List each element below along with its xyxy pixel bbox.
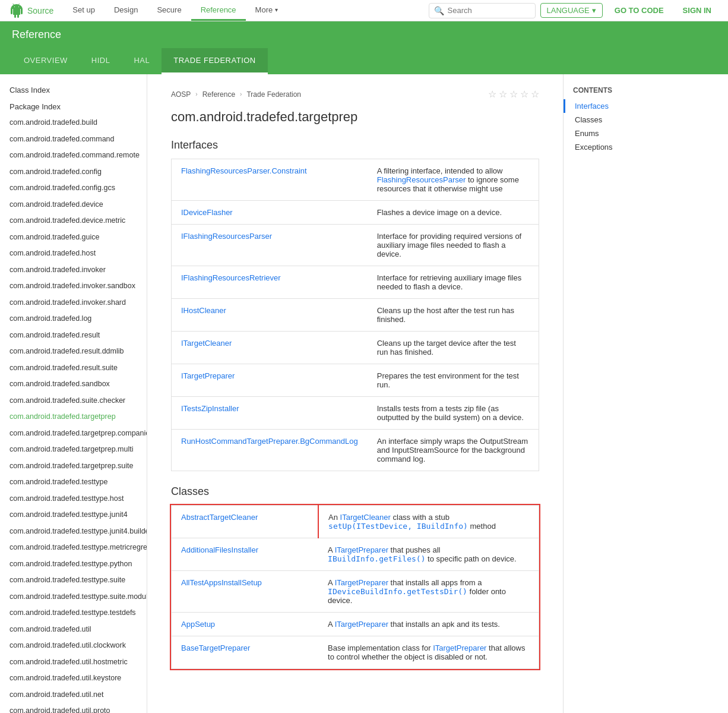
- sidebar-item-testtype-suite-module[interactable]: com.android.tradefed.testtype.suite.modu…: [0, 589, 147, 605]
- tab-hal[interactable]: HAL: [122, 48, 162, 74]
- sidebar-item-targetprep-companion[interactable]: com.android.tradefed.targetprep.companio…: [0, 425, 147, 442]
- sidebar-item-command-remote[interactable]: com.android.tradefed.command.remote: [0, 147, 147, 164]
- class-link-additional-files-installer[interactable]: AdditionalFilesInstaller: [181, 545, 258, 554]
- main-layout: Class Index Package Index com.android.tr…: [0, 74, 728, 713]
- sidebar-item-util[interactable]: com.android.tradefed.util: [0, 621, 147, 638]
- interface-link-ihost-cleaner[interactable]: IHostCleaner: [181, 306, 226, 315]
- sidebar-item-targetprep-suite[interactable]: com.android.tradefed.targetprep.suite: [0, 458, 147, 475]
- sidebar-item-result-ddmlib[interactable]: com.android.tradefed.result.ddmlib: [0, 343, 147, 360]
- sidebar-item-package-index[interactable]: Package Index: [0, 98, 147, 115]
- sidebar-item-util-clockwork[interactable]: com.android.tradefed.util.clockwork: [0, 638, 147, 654]
- interface-link-itarget-preparer[interactable]: ITargetPreparer: [181, 371, 235, 380]
- class-link-abstract-target-cleaner[interactable]: AbstractTargetCleaner: [181, 513, 258, 522]
- search-input[interactable]: [448, 6, 531, 15]
- sidebar-item-config[interactable]: com.android.tradefed.config: [0, 164, 147, 181]
- search-box[interactable]: 🔍: [429, 3, 536, 18]
- class-link-idevicebuildinfo-inline[interactable]: IDeviceBuildInfo.getTestsDir(): [328, 587, 467, 596]
- nav-link-design[interactable]: Design: [105, 0, 147, 21]
- sidebar-item-util-net[interactable]: com.android.tradefed.util.net: [0, 687, 147, 703]
- class-link-base-target-preparer[interactable]: BaseTargetPreparer: [181, 643, 250, 652]
- sidebar-item-invoker[interactable]: com.android.tradefed.invoker: [0, 262, 147, 279]
- class-link-setup-inline[interactable]: setUp(ITestDevice, IBuildInfo): [328, 522, 468, 531]
- sidebar-item-testtype-python[interactable]: com.android.tradefed.testtype.python: [0, 556, 147, 573]
- class-link-all-test-apps[interactable]: AllTestAppsInstallSetup: [181, 578, 262, 587]
- sidebar-item-sandbox[interactable]: com.android.tradefed.sandbox: [0, 376, 147, 393]
- class-link-itarget-preparer-inline3[interactable]: ITargetPreparer: [335, 620, 388, 629]
- interface-link-run-host-command[interactable]: RunHostCommandTargetPreparer.BgCommandLo…: [181, 437, 358, 446]
- interface-link-itests-zip-installer[interactable]: ITestsZipInstaller: [181, 404, 239, 413]
- sidebar-item-testtype-testdefs[interactable]: com.android.tradefed.testtype.testdefs: [0, 605, 147, 621]
- sidebar-item-invoker-sandbox[interactable]: com.android.tradefed.invoker.sandbox: [0, 278, 147, 295]
- star-2[interactable]: ☆: [499, 89, 507, 100]
- sidebar-item-invoker-shard[interactable]: com.android.tradefed.invoker.shard: [0, 295, 147, 311]
- sidebar-item-device-metric[interactable]: com.android.tradefed.device.metric: [0, 213, 147, 229]
- interface-link-itarget-cleaner[interactable]: ITargetCleaner: [181, 339, 232, 348]
- sidebar-item-testtype[interactable]: com.android.tradefed.testtype: [0, 474, 147, 491]
- sidebar-item-util-hostmetric[interactable]: com.android.tradefed.util.hostmetric: [0, 654, 147, 671]
- sidebar-item-util-proto[interactable]: com.android.tradefed.util.proto: [0, 703, 147, 713]
- interface-link-iflashing-resources-retriever[interactable]: IFlashingResourcesRetriever: [181, 273, 281, 282]
- sidebar-item-targetprep[interactable]: com.android.tradefed.targetprep: [0, 409, 147, 425]
- logo[interactable]: Source: [10, 4, 53, 18]
- star-5[interactable]: ☆: [531, 89, 539, 100]
- sidebar-item-suite-checker[interactable]: com.android.tradefed.suite.checker: [0, 393, 147, 409]
- tab-hidl[interactable]: HIDL: [80, 48, 122, 74]
- nav-link-reference[interactable]: Reference: [191, 0, 246, 21]
- sidebar-item-testtype-suite[interactable]: com.android.tradefed.testtype.suite: [0, 572, 147, 589]
- right-sidebar-item-exceptions[interactable]: Exceptions: [564, 140, 682, 154]
- sidebar-item-command[interactable]: com.android.tradefed.command: [0, 131, 147, 148]
- star-3[interactable]: ☆: [509, 89, 518, 100]
- right-sidebar-item-classes[interactable]: Classes: [564, 113, 682, 127]
- nav-link-more[interactable]: More ▾: [246, 0, 288, 21]
- class-link-itarget-cleaner-inline[interactable]: ITargetCleaner: [340, 513, 391, 522]
- sign-in-button[interactable]: SIGN IN: [676, 4, 718, 17]
- class-link-ibuildinfo-getfiles-inline[interactable]: IBuildInfo.getFiles(): [328, 554, 425, 563]
- breadcrumb-reference[interactable]: Reference: [202, 90, 235, 99]
- reference-header-title: Reference: [12, 29, 61, 40]
- star-1[interactable]: ☆: [488, 89, 496, 100]
- right-sidebar-item-interfaces[interactable]: Interfaces: [564, 99, 682, 113]
- sidebar-item-testtype-host[interactable]: com.android.tradefed.testtype.host: [0, 491, 147, 507]
- sidebar-item-result-suite[interactable]: com.android.tradefed.result.suite: [0, 360, 147, 377]
- class-link-app-setup[interactable]: AppSetup: [181, 620, 215, 629]
- right-sidebar: Contents Interfaces Classes Enums Except…: [563, 74, 682, 713]
- goto-code-button[interactable]: GO TO CODE: [607, 4, 671, 17]
- breadcrumb-trade-federation[interactable]: Trade Federation: [246, 90, 301, 99]
- sidebar-item-device[interactable]: com.android.tradefed.device: [0, 197, 147, 213]
- interface-link-idevice-flasher[interactable]: IDeviceFlasher: [181, 208, 233, 217]
- content-area: AOSP › Reference › Trade Federation ☆ ☆ …: [147, 74, 728, 713]
- sidebar-item-util-keystore[interactable]: com.android.tradefed.util.keystore: [0, 670, 147, 687]
- language-button[interactable]: LANGUAGE ▾: [540, 3, 603, 18]
- tab-trade-federation[interactable]: TRADE FEDERATION: [162, 48, 268, 74]
- table-row: IFlashingResourcesParser Interface for p…: [172, 225, 539, 266]
- table-row: AllTestAppsInstallSetup A ITargetPrepare…: [172, 571, 539, 613]
- nav-link-secure[interactable]: Secure: [147, 0, 191, 21]
- star-rating[interactable]: ☆ ☆ ☆ ☆ ☆: [488, 89, 539, 100]
- nav-link-setup[interactable]: Set up: [63, 0, 105, 21]
- table-row: BaseTargetPreparer Base implementation c…: [172, 636, 539, 669]
- more-arrow-icon: ▾: [275, 7, 278, 13]
- interface-link-flashing-constraint[interactable]: FlashingResourcesParser.Constraint: [181, 166, 307, 175]
- right-sidebar-item-enums[interactable]: Enums: [564, 127, 682, 140]
- sidebar-item-class-index[interactable]: Class Index: [0, 81, 147, 98]
- sidebar-item-log[interactable]: com.android.tradefed.log: [0, 311, 147, 327]
- class-link-itarget-preparer-inline1[interactable]: ITargetPreparer: [335, 545, 388, 554]
- tab-overview[interactable]: OVERVIEW: [12, 48, 80, 74]
- sidebar-item-testtype-metricregression[interactable]: com.android.tradefed.testtype.metricregr…: [0, 540, 147, 556]
- interface-link-iflashing-resources-parser[interactable]: IFlashingResourcesParser: [181, 232, 272, 241]
- sidebar-item-result[interactable]: com.android.tradefed.result: [0, 327, 147, 344]
- class-link-itarget-preparer-inline2[interactable]: ITargetPreparer: [335, 578, 388, 587]
- star-4[interactable]: ☆: [520, 89, 528, 100]
- sidebar-item-host[interactable]: com.android.tradefed.host: [0, 245, 147, 262]
- breadcrumb-aosp[interactable]: AOSP: [171, 90, 191, 99]
- sidebar-item-targetprep-multi[interactable]: com.android.tradefed.targetprep.multi: [0, 441, 147, 458]
- sidebar-item-build[interactable]: com.android.tradefed.build: [0, 115, 147, 131]
- sidebar-item-config-gcs[interactable]: com.android.tradefed.config.gcs: [0, 180, 147, 197]
- sidebar-item-testtype-junit4[interactable]: com.android.tradefed.testtype.junit4: [0, 507, 147, 523]
- interface-link-flashing-parser-inline[interactable]: FlashingResourcesParser: [377, 175, 466, 184]
- sidebar-item-guice[interactable]: com.android.tradefed.guice: [0, 229, 147, 246]
- sidebar-item-testtype-junit4-builder[interactable]: com.android.tradefed.testtype.junit4.bui…: [0, 523, 147, 540]
- logo-text: Source: [27, 6, 53, 15]
- breadcrumb-sep-1: ›: [195, 91, 197, 97]
- class-link-itarget-preparer-inline4[interactable]: ITargetPreparer: [433, 643, 486, 652]
